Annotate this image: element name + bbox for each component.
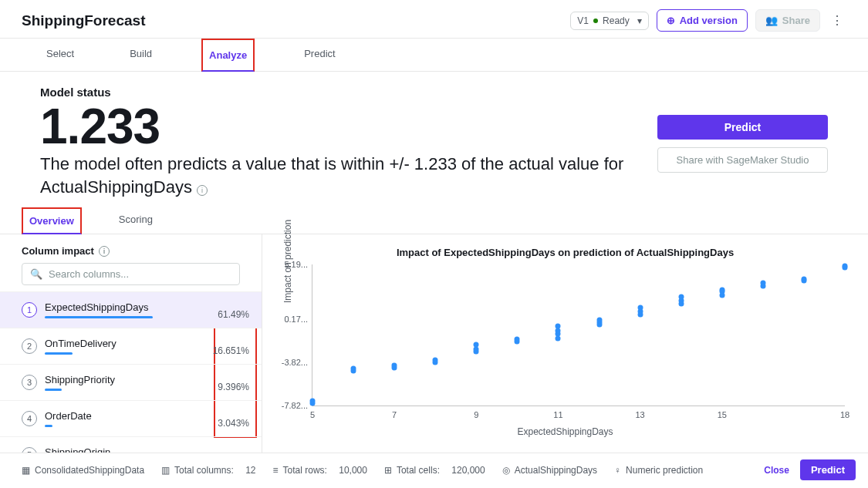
column-impact-title: Column impact bbox=[22, 245, 94, 257]
top-tabs: Select Build Analyze Predict bbox=[0, 39, 868, 72]
tab-select[interactable]: Select bbox=[40, 39, 80, 71]
page-title: ShippingForecast bbox=[22, 12, 145, 29]
impact-pct: 16.651% bbox=[206, 345, 249, 356]
chart-point bbox=[474, 348, 479, 354]
info-icon[interactable]: i bbox=[197, 185, 208, 196]
header: ShippingForecast V1 Ready ▾ ⊕ Add versio… bbox=[0, 0, 868, 39]
chart-point bbox=[556, 324, 561, 329]
search-icon: 🔍 bbox=[30, 268, 42, 280]
chart-xtick: 15 bbox=[718, 410, 727, 419]
chart-xtick: 18 bbox=[840, 410, 849, 419]
info-icon[interactable]: i bbox=[99, 246, 110, 257]
chart-xtick: 13 bbox=[635, 410, 644, 419]
subtab-overview[interactable]: Overview bbox=[22, 207, 82, 234]
add-version-label: Add version bbox=[680, 15, 738, 26]
impact-bar bbox=[45, 425, 52, 427]
column-impact-row[interactable]: 4OrderDate3.043% bbox=[0, 400, 262, 436]
footer-dataset: ▦ConsolidatedShippingData bbox=[22, 465, 144, 476]
chart-xtick: 11 bbox=[553, 410, 562, 419]
chart-point bbox=[760, 284, 765, 289]
model-status-label: Model status bbox=[40, 86, 657, 99]
model-status-value: 1.233 bbox=[40, 102, 657, 151]
column-impact-list: 1ExpectedShippingDays61.49%2OnTimeDelive… bbox=[0, 291, 262, 473]
tab-analyze[interactable]: Analyze bbox=[201, 39, 255, 72]
search-columns-input[interactable]: 🔍 Search columns... bbox=[22, 263, 240, 285]
version-tag: V1 bbox=[577, 15, 589, 26]
tab-build[interactable]: Build bbox=[123, 39, 158, 71]
column-impact-row[interactable]: 2OnTimeDelivery16.651% bbox=[0, 328, 262, 364]
chart-ytick: -3.82... bbox=[277, 358, 308, 367]
footer-target: ◎ActualShippingDays bbox=[502, 465, 597, 476]
chart-title: Impact of ExpectedShippingDays on predic… bbox=[278, 247, 853, 258]
status-label: Ready bbox=[603, 15, 630, 26]
chart-point bbox=[637, 305, 643, 311]
column-impact-row[interactable]: 1ExpectedShippingDays61.49% bbox=[0, 291, 262, 328]
chart-xlabel: ExpectedShippingDays bbox=[278, 426, 853, 437]
chart-point bbox=[474, 342, 479, 348]
target-icon: ◎ bbox=[502, 465, 510, 476]
chart-plot: -7.82...-3.82...0.17...5.19...5791113151… bbox=[312, 264, 845, 406]
share-studio-button[interactable]: Share with SageMaker Studio bbox=[657, 147, 828, 173]
impact-pct: 9.396% bbox=[206, 382, 249, 392]
footer-ptype: ♀Numeric prediction bbox=[614, 465, 703, 476]
chart-ytick: 0.17... bbox=[277, 315, 308, 324]
header-actions: V1 Ready ▾ ⊕ Add version 👥 Share ⋮ bbox=[570, 9, 846, 32]
columns-icon: ▥ bbox=[161, 465, 170, 476]
plus-circle-icon: ⊕ bbox=[667, 15, 675, 26]
footer: ▦ConsolidatedShippingData ▥Total columns… bbox=[0, 453, 868, 488]
predict-button[interactable]: Predict bbox=[657, 115, 828, 140]
rows-icon: ≡ bbox=[273, 465, 279, 476]
chart-point bbox=[719, 287, 724, 292]
rank-badge: 2 bbox=[22, 338, 37, 354]
chart-ytick: -7.82... bbox=[277, 401, 308, 410]
close-button[interactable]: Close bbox=[764, 465, 789, 476]
footer-cols: ▥Total columns: 12 bbox=[161, 465, 255, 476]
chart-point bbox=[801, 278, 806, 284]
impact-bar bbox=[45, 389, 62, 391]
chart-point bbox=[719, 292, 724, 298]
column-impact-row[interactable]: 3ShippingPriority9.396% bbox=[0, 364, 262, 400]
chart-point bbox=[678, 294, 684, 300]
impact-pct: 61.49% bbox=[206, 309, 249, 320]
chart-point bbox=[843, 265, 848, 271]
footer-rows: ≡Total rows: 10,000 bbox=[273, 465, 367, 476]
sub-tabs: Overview Scoring bbox=[0, 203, 868, 234]
chart-point bbox=[351, 366, 356, 372]
footer-cells: ⊞Total cells: 120,000 bbox=[384, 465, 485, 476]
chart-point bbox=[515, 337, 520, 342]
model-status-desc-text: The model often predicts a value that is… bbox=[40, 154, 623, 197]
share-icon: 👥 bbox=[765, 15, 778, 26]
chart-point bbox=[678, 301, 684, 306]
chart-ytick: 5.19... bbox=[277, 260, 308, 269]
chart-point bbox=[392, 363, 397, 369]
share-button: 👥 Share bbox=[755, 9, 820, 32]
chevron-down-icon: ▾ bbox=[637, 15, 642, 26]
chart-xtick: 9 bbox=[474, 410, 478, 419]
impact-bar bbox=[45, 316, 153, 318]
column-name: OrderDate bbox=[45, 410, 92, 422]
search-placeholder: Search columns... bbox=[49, 268, 129, 280]
column-name: ExpectedShippingDays bbox=[45, 301, 148, 313]
lightbulb-icon: ♀ bbox=[614, 465, 621, 476]
chart-point bbox=[556, 335, 561, 341]
chart-area: Impact on prediction -7.82...-3.82...0.1… bbox=[312, 264, 845, 425]
kebab-menu-icon[interactable]: ⋮ bbox=[828, 10, 846, 31]
share-label: Share bbox=[782, 15, 810, 26]
grid-icon: ⊞ bbox=[384, 465, 392, 476]
version-status-pill[interactable]: V1 Ready ▾ bbox=[570, 12, 648, 30]
chart-point bbox=[310, 401, 316, 406]
rank-badge: 1 bbox=[22, 302, 37, 318]
status-dot-icon bbox=[593, 19, 598, 23]
impact-bar bbox=[45, 352, 73, 355]
table-icon: ▦ bbox=[22, 465, 30, 476]
impact-pct: 3.043% bbox=[206, 418, 249, 429]
column-name: ShippingPriority bbox=[45, 374, 115, 385]
model-status-block: Model status 1.233 The model often predi… bbox=[0, 72, 868, 203]
subtab-scoring[interactable]: Scoring bbox=[113, 207, 159, 234]
model-status-desc: The model often predicts a value that is… bbox=[40, 153, 657, 198]
predict-footer-button[interactable]: Predict bbox=[800, 459, 856, 480]
tab-predict[interactable]: Predict bbox=[298, 39, 341, 71]
add-version-button[interactable]: ⊕ Add version bbox=[657, 9, 748, 32]
column-impact-panel: Column impact i 🔍 Search columns... 1Exp… bbox=[0, 234, 262, 473]
chart-point bbox=[596, 317, 602, 322]
